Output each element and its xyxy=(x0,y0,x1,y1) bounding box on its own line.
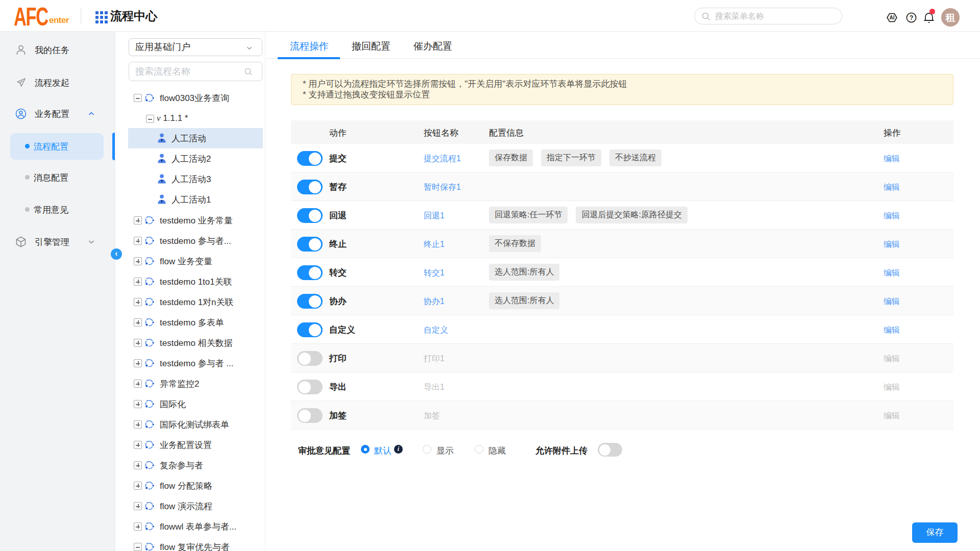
svg-text:AI: AI xyxy=(889,15,894,20)
svg-text:?: ? xyxy=(910,14,914,21)
